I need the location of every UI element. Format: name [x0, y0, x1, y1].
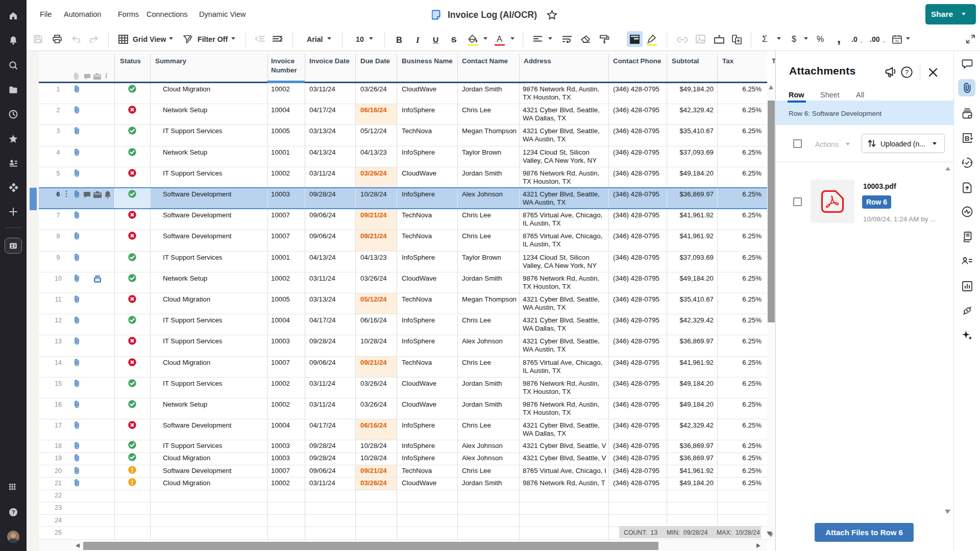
- svg-text:?: ?: [905, 68, 909, 76]
- svg-text:B: B: [964, 135, 969, 142]
- svg-text:?: ?: [12, 509, 15, 515]
- svg-text:A: A: [497, 34, 502, 43]
- svg-text:31: 31: [895, 39, 899, 43]
